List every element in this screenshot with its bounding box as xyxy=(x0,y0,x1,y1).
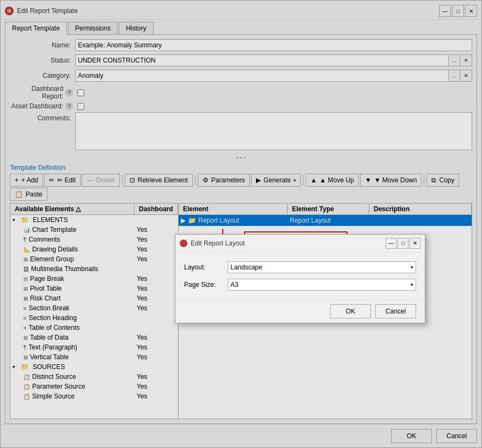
layout-dropdown-arrow: ▾ xyxy=(411,265,413,270)
modal-ok-button[interactable]: OK xyxy=(330,304,371,318)
modal-close-button[interactable]: ✕ xyxy=(410,238,420,249)
modal-minimize-button[interactable]: — xyxy=(386,238,396,249)
page-size-value: A3 xyxy=(230,281,239,289)
modal-title-bar: Edit Report Layout — □ ✕ xyxy=(175,235,425,253)
page-size-row: Page Size: A3 ▾ xyxy=(184,279,416,291)
layout-row: Layout: Landscape ▾ xyxy=(184,261,416,273)
modal-title: Edit Report Layout xyxy=(191,240,245,247)
modal-footer: OK Cancel xyxy=(175,299,425,323)
edit-report-layout-dialog: Edit Report Layout — □ ✕ Layout: Landsca… xyxy=(175,234,425,323)
modal-body: Layout: Landscape ▾ Page Size: A3 ▾ xyxy=(175,253,425,299)
modal-maximize-button[interactable]: □ xyxy=(398,238,408,249)
modal-overlay: Edit Report Layout — □ ✕ Layout: Landsca… xyxy=(1,1,481,447)
modal-app-icon xyxy=(180,240,187,247)
modal-controls: — □ ✕ xyxy=(386,238,420,249)
page-size-dropdown-arrow: ▾ xyxy=(411,282,413,287)
main-window: ✿ Edit Report Template — □ ✕ Report Temp… xyxy=(0,0,482,448)
page-size-select[interactable]: A3 ▾ xyxy=(228,279,416,291)
layout-select[interactable]: Landscape ▾ xyxy=(228,261,416,273)
layout-value: Landscape xyxy=(230,263,263,271)
layout-label: Layout: xyxy=(184,263,228,271)
page-size-label: Page Size: xyxy=(184,281,228,289)
modal-cancel-button[interactable]: Cancel xyxy=(375,304,416,318)
